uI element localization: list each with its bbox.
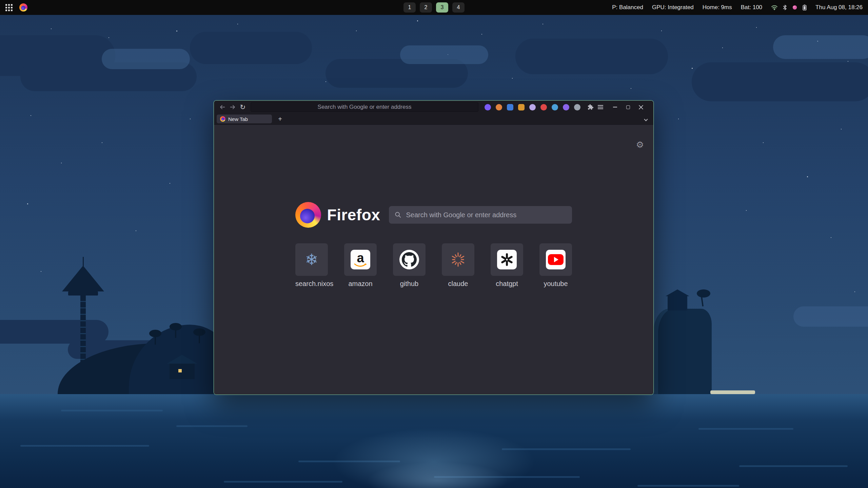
star (176, 30, 177, 32)
star (678, 119, 679, 119)
personalize-gear-button[interactable]: ⚙ (636, 140, 644, 150)
minimize-button[interactable] (612, 102, 618, 112)
close-icon (639, 105, 643, 109)
shortcut-amazon[interactable]: a amazon (344, 243, 377, 288)
star (854, 291, 855, 292)
palm-tree (193, 328, 205, 336)
wifi-icon[interactable] (771, 5, 778, 10)
extension-icon-violet[interactable] (485, 104, 491, 110)
star (746, 210, 747, 211)
star (807, 176, 808, 177)
amazon-smile-icon (354, 263, 367, 267)
ocean (0, 394, 868, 488)
star (61, 163, 62, 163)
firefox-logo (295, 202, 321, 228)
workspace-button-2[interactable]: 2 (420, 2, 432, 13)
shortcut-search-nixos[interactable]: ❄ search.nixos (295, 243, 328, 288)
menu-button[interactable] (595, 102, 606, 112)
firefox-dock-icon[interactable] (19, 3, 27, 12)
bluetooth-icon[interactable] (783, 4, 787, 11)
star (417, 20, 418, 21)
star (31, 115, 31, 116)
shortcut-label: claude (442, 280, 474, 288)
tab-new-tab[interactable]: New Tab (217, 115, 272, 123)
maximize-button[interactable] (625, 102, 631, 112)
workspace-button-3[interactable]: 3 (436, 2, 448, 13)
star (763, 142, 764, 143)
chevron-down-icon (644, 117, 648, 121)
github-icon (399, 250, 419, 269)
extension-icon-blue[interactable] (507, 104, 513, 110)
shortcut-tile: a (344, 243, 377, 276)
claude-icon (450, 252, 466, 267)
url-input[interactable] (254, 104, 475, 110)
newtab-search-input[interactable] (406, 211, 567, 219)
firefox-wordmark: Firefox (327, 206, 380, 224)
status-power-profile: P: Balanced (612, 4, 643, 11)
star (237, 24, 238, 24)
forward-arrow-icon (229, 103, 236, 111)
minimize-icon (613, 107, 617, 107)
workspace-button-4[interactable]: 4 (452, 2, 465, 13)
cloud (692, 62, 868, 101)
shortcut-tile (491, 243, 523, 276)
star (51, 28, 52, 29)
puzzle-icon (587, 104, 594, 110)
shortcut-tile (393, 243, 426, 276)
newtab-hero: Firefox (214, 202, 653, 228)
cloud (515, 39, 668, 74)
status-ping: Home: 9ms (703, 4, 732, 11)
close-button[interactable] (637, 102, 644, 112)
battery-icon[interactable] (803, 4, 807, 11)
cliff-rock (653, 309, 712, 394)
shortcut-tile (539, 243, 572, 276)
new-tab-button[interactable]: + (275, 115, 285, 123)
extension-icon-purple[interactable] (563, 104, 569, 110)
extension-icon-skyblue[interactable] (552, 104, 558, 110)
star (136, 230, 136, 231)
palm-tree (149, 330, 161, 337)
extensions-puzzle-button[interactable] (585, 102, 595, 112)
window-controls (612, 102, 646, 112)
search-icon (394, 211, 402, 219)
workspace-button-1[interactable]: 1 (403, 2, 416, 13)
star (190, 119, 191, 119)
nixos-snowflake-icon: ❄ (305, 252, 318, 267)
chatgpt-icon (497, 250, 517, 269)
app-launcher-icon[interactable] (5, 4, 13, 11)
forward-button[interactable] (228, 102, 238, 112)
back-arrow-icon (219, 103, 226, 111)
star (722, 47, 723, 48)
star (27, 203, 28, 204)
extension-icon-orange-swirl[interactable] (496, 104, 502, 110)
extension-icon-lavender[interactable] (529, 104, 536, 110)
shortcut-youtube[interactable]: youtube (539, 243, 572, 288)
shortcut-chatgpt[interactable]: chatgpt (491, 243, 523, 288)
hut-window-light (178, 369, 182, 372)
reload-icon: ↻ (240, 103, 246, 111)
watchtower-platform (68, 291, 98, 296)
shortcut-claude[interactable]: claude (442, 243, 474, 288)
palm-tree (697, 289, 710, 298)
list-all-tabs-button[interactable] (645, 117, 647, 122)
star (692, 68, 693, 69)
extension-icon-gray[interactable] (574, 104, 580, 110)
extension-icon-amber[interactable] (518, 104, 525, 110)
tab-favicon (220, 116, 225, 122)
indicator-dot-icon[interactable] (792, 5, 797, 10)
top-bar: 1 2 3 4 P: Balanced GPU: Integrated Home… (0, 0, 868, 15)
star (512, 78, 513, 79)
new-tab-page: ⚙ Firefox ❄ search.nixos (214, 125, 653, 395)
reload-button[interactable]: ↻ (238, 102, 248, 112)
star (756, 27, 757, 28)
star (326, 81, 326, 82)
back-button[interactable] (217, 102, 228, 112)
url-bar[interactable] (251, 102, 478, 112)
star (661, 30, 662, 31)
sand-strip (710, 390, 755, 394)
newtab-search-bar[interactable] (389, 206, 572, 224)
shortcut-label: youtube (539, 280, 572, 288)
amazon-icon: a (351, 250, 370, 269)
shortcut-github[interactable]: github (393, 243, 426, 288)
extension-icon-red[interactable] (540, 104, 547, 110)
